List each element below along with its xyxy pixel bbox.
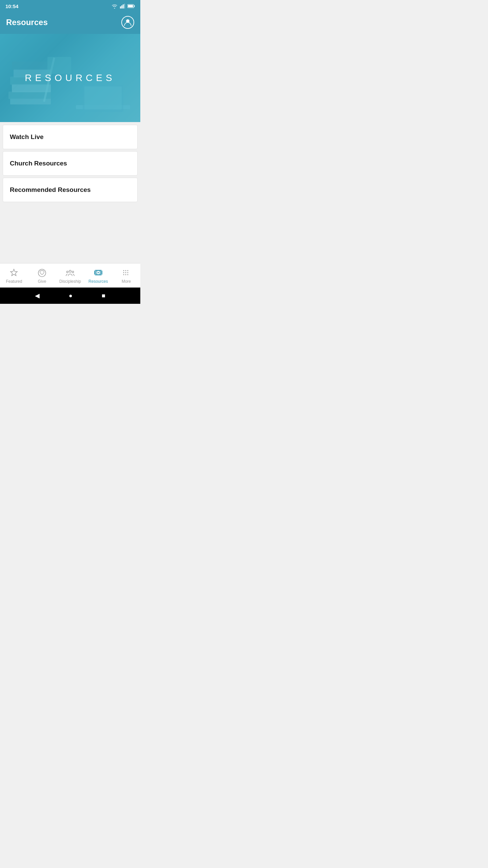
recents-button[interactable]: ■ xyxy=(102,292,105,299)
svg-point-32 xyxy=(123,270,124,271)
svg-point-22 xyxy=(66,271,68,273)
featured-label: Featured xyxy=(6,279,22,284)
page-title: Resources xyxy=(6,18,48,27)
svg-point-23 xyxy=(72,271,74,273)
svg-rect-31 xyxy=(101,274,102,275)
nav-item-featured[interactable]: Featured xyxy=(0,268,28,284)
svg-rect-30 xyxy=(94,274,95,275)
avatar-button[interactable] xyxy=(121,16,134,29)
nav-item-give[interactable]: Give xyxy=(28,268,56,284)
church-resources-item[interactable]: Church Resources xyxy=(3,151,138,176)
laptop-decoration xyxy=(73,81,134,122)
svg-rect-10 xyxy=(12,84,51,92)
svg-rect-18 xyxy=(84,86,122,110)
svg-rect-0 xyxy=(120,6,121,8)
bottom-nav: Featured Give Discipleship xyxy=(0,263,140,288)
svg-point-20 xyxy=(38,269,46,277)
svg-rect-2 xyxy=(123,4,124,8)
svg-rect-15 xyxy=(47,57,71,74)
watch-live-item[interactable]: Watch Live xyxy=(3,125,138,149)
nav-item-more[interactable]: More xyxy=(112,268,140,284)
svg-rect-5 xyxy=(134,5,135,7)
status-time: 10:54 xyxy=(5,3,18,9)
app-header: Resources xyxy=(0,12,140,34)
svg-rect-28 xyxy=(94,270,95,271)
back-button[interactable]: ◀ xyxy=(35,292,40,299)
svg-rect-3 xyxy=(124,4,125,8)
svg-point-39 xyxy=(125,274,126,275)
nav-item-resources[interactable]: Resources xyxy=(84,268,112,284)
svg-point-38 xyxy=(123,274,124,275)
hero-title: RESOURCES xyxy=(25,73,115,83)
battery-icon xyxy=(127,4,135,8)
svg-rect-6 xyxy=(128,5,133,7)
svg-point-35 xyxy=(123,272,124,273)
give-label: Give xyxy=(38,279,46,284)
signal-icon xyxy=(120,4,125,8)
resources-icon xyxy=(94,268,103,278)
user-icon xyxy=(123,18,132,27)
watch-live-label: Watch Live xyxy=(10,133,44,140)
more-icon xyxy=(122,268,131,278)
system-nav-bar: ◀ ● ■ xyxy=(0,288,140,304)
status-icons xyxy=(111,4,135,8)
svg-rect-13 xyxy=(12,62,51,70)
discipleship-label: Discipleship xyxy=(59,279,81,284)
svg-point-37 xyxy=(127,272,128,273)
svg-point-33 xyxy=(125,270,126,271)
svg-point-21 xyxy=(69,270,71,272)
wifi-icon xyxy=(111,4,118,8)
recommended-resources-label: Recommended Resources xyxy=(10,186,91,193)
home-button[interactable]: ● xyxy=(69,292,73,299)
church-resources-label: Church Resources xyxy=(10,160,67,167)
svg-point-40 xyxy=(127,274,128,275)
svg-marker-19 xyxy=(11,269,17,276)
content-list: Watch Live Church Resources Recommended … xyxy=(0,122,140,263)
svg-rect-1 xyxy=(121,5,122,8)
hero-banner: RESOURCES xyxy=(0,34,140,122)
featured-icon xyxy=(9,268,19,278)
resources-label: Resources xyxy=(88,279,108,284)
give-icon xyxy=(37,268,47,278)
svg-point-36 xyxy=(125,272,126,273)
status-bar: 10:54 xyxy=(0,0,140,12)
recommended-resources-item[interactable]: Recommended Resources xyxy=(3,178,138,202)
more-label: More xyxy=(122,279,131,284)
svg-rect-29 xyxy=(101,270,102,271)
discipleship-icon xyxy=(65,268,75,278)
nav-item-discipleship[interactable]: Discipleship xyxy=(56,268,84,284)
svg-point-34 xyxy=(127,270,128,271)
